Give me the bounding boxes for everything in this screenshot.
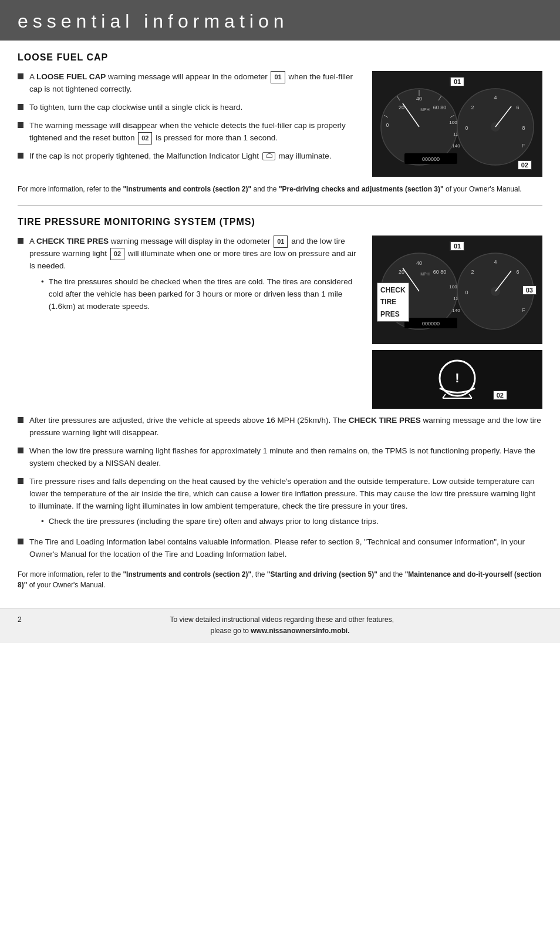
image1-badge-01: 01 <box>450 77 464 86</box>
svg-text:!: ! <box>455 371 459 385</box>
svg-text:6: 6 <box>516 105 519 110</box>
tpms-bullet-4-text: Tire pressure rises and falls depending … <box>29 476 542 531</box>
bullet-icon-4 <box>18 153 23 159</box>
dashboard-image-2: 40 60 80 100 20 0 MPH 120 140 4 6 <box>372 236 542 344</box>
tpms-bullet-icon-1 <box>18 238 23 244</box>
badge-01-b1: 01 <box>271 71 285 83</box>
bold-loose-fuel-cap: LOOSE FUEL CAP <box>36 72 106 81</box>
header: essential information <box>0 0 560 41</box>
page-number: 2 <box>18 614 22 625</box>
section1-text: A LOOSE FUEL CAP warning message will ap… <box>18 71 360 169</box>
bullet-icon-2 <box>18 104 23 110</box>
svg-text:60 80: 60 80 <box>433 269 447 275</box>
footer-text: To view detailed instructional videos re… <box>170 615 394 635</box>
section1-title: LOOSE FUEL CAP <box>18 52 542 63</box>
footer: 2 To view detailed instructional videos … <box>0 608 560 643</box>
bullet-1: A LOOSE FUEL CAP warning message will ap… <box>18 71 360 96</box>
svg-text:60 80: 60 80 <box>433 105 447 110</box>
svg-text:F: F <box>522 143 525 149</box>
main-content: LOOSE FUEL CAP A LOOSE FUEL CAP warning … <box>0 41 560 608</box>
svg-text:2: 2 <box>471 105 474 110</box>
tire-label: TIRE <box>380 296 406 308</box>
svg-text:0: 0 <box>465 125 468 131</box>
svg-text:4: 4 <box>494 259 497 265</box>
section1-inner: A LOOSE FUEL CAP warning message will ap… <box>18 71 542 177</box>
tpms-bullet-3: When the low tire pressure warning light… <box>18 445 542 470</box>
tpms-sub-bullet-2: Check the tire pressures (including the … <box>41 516 542 528</box>
dashboard-image-1: 40 60 80 100 20 0 MPH 120 140 4 6 <box>372 71 542 177</box>
svg-text:20: 20 <box>399 105 404 110</box>
tpms-bullet-1: A CHECK TIRE PRES warning message will d… <box>18 236 360 315</box>
bold-check-tire-pres-1: CHECK TIRE PRES <box>36 237 109 245</box>
image2-badge-03: 03 <box>522 285 537 295</box>
bullet-2: To tighten, turn the cap clockwise until… <box>18 102 360 114</box>
tpms-sub-bullets-2: Check the tire pressures (including the … <box>29 516 542 528</box>
section2-remaining-bullets: After tire pressures are adjusted, drive… <box>18 415 542 561</box>
gauge-svg-1: 40 60 80 100 20 0 MPH 120 140 4 6 <box>372 71 542 177</box>
mil-icon <box>262 152 275 160</box>
section2-bullets: A CHECK TIRE PRES warning message will d… <box>18 236 360 315</box>
svg-text:20: 20 <box>399 269 404 275</box>
tpms-bullet-5-text: The Tire and Loading Information label c… <box>29 536 542 561</box>
tpms-bullet-icon-5 <box>18 539 23 544</box>
svg-text:000000: 000000 <box>422 321 440 327</box>
bullet-icon-1 <box>18 73 23 79</box>
svg-text:6: 6 <box>516 269 519 275</box>
svg-text:140: 140 <box>452 308 460 313</box>
svg-text:MPH: MPH <box>420 107 430 112</box>
footer-url: www.nissanownersinfo.mobi. <box>251 627 349 635</box>
check-tire-pres-box: CHECK TIRE PRES <box>377 282 409 322</box>
footnote2-bold2: "Starting and driving (section 5)" <box>267 570 377 578</box>
tpms-bullet-2-text: After tire pressures are adjusted, drive… <box>29 415 542 439</box>
svg-text:140: 140 <box>452 143 460 149</box>
tpms-badge-02: 02 <box>110 248 124 260</box>
section2-images: 40 60 80 100 20 0 MPH 120 140 4 6 <box>372 236 542 409</box>
bullet-3: The warning message will disappear when … <box>18 120 360 144</box>
tire-indicator-image: ! 02 <box>372 350 542 409</box>
image2-badge-01: 01 <box>450 241 464 251</box>
section-loose-fuel-cap: LOOSE FUEL CAP A LOOSE FUEL CAP warning … <box>18 52 542 194</box>
section-tpms: TIRE PRESSURE MONITORING SYSTEM (TPMS) A… <box>18 217 542 590</box>
bullet-4: If the cap is not properly tightened, th… <box>18 150 360 163</box>
bullet-icon-3 <box>18 122 23 128</box>
tpms-sub-bullet-1: The tire pressures should be checked whe… <box>41 276 360 313</box>
pres-label: PRES <box>380 308 406 320</box>
svg-text:40: 40 <box>416 96 422 102</box>
svg-text:100: 100 <box>449 120 457 125</box>
tpms-bullet-5: The Tire and Loading Information label c… <box>18 536 542 561</box>
tpms-sub-bullets-1: The tire pressures should be checked whe… <box>29 276 360 313</box>
svg-text:100: 100 <box>449 284 457 290</box>
tpms-bullet-3-text: When the low tire pressure warning light… <box>29 445 542 470</box>
tpms-badge-01: 01 <box>274 236 288 248</box>
bullet-1-text: A LOOSE FUEL CAP warning message will ap… <box>29 71 360 96</box>
badge-02-b3: 02 <box>138 132 152 144</box>
section1-footnote: For more information, refer to the "Inst… <box>18 184 542 194</box>
tpms-bullet-icon-3 <box>18 448 23 453</box>
bullet-2-text: To tighten, turn the cap clockwise until… <box>29 102 242 114</box>
footnote2-bold1: "Instruments and controls (section 2)" <box>123 570 251 578</box>
tpms-bullet-2: After tire pressures are adjusted, drive… <box>18 415 542 439</box>
svg-text:F: F <box>522 307 525 313</box>
svg-text:8: 8 <box>522 125 525 131</box>
image1-badge-02: 02 <box>518 160 532 170</box>
tpms-bullet-icon-2 <box>18 417 23 423</box>
bold-check-tire-pres-2: CHECK TIRE PRES <box>349 416 421 425</box>
bullet-3-text: The warning message will disappear when … <box>29 120 360 144</box>
page-title: essential information <box>18 11 542 32</box>
bullet-4-text: If the cap is not properly tightened, th… <box>29 150 332 163</box>
section2-text: A CHECK TIRE PRES warning message will d… <box>18 236 360 321</box>
svg-text:0: 0 <box>386 122 389 128</box>
tpms-bullet-1-text: A CHECK TIRE PRES warning message will d… <box>29 236 360 315</box>
tpms-bullet-icon-4 <box>18 478 23 484</box>
svg-text:000000: 000000 <box>422 156 440 162</box>
tire-indicator-svg: ! <box>372 350 542 409</box>
section1-bullets: A LOOSE FUEL CAP warning message will ap… <box>18 71 360 163</box>
section2-inner: A CHECK TIRE PRES warning message will d… <box>18 236 542 409</box>
svg-text:0: 0 <box>465 290 468 295</box>
tpms-bullet-4: Tire pressure rises and falls depending … <box>18 476 542 531</box>
svg-text:2: 2 <box>471 269 474 275</box>
svg-text:4: 4 <box>494 95 497 100</box>
svg-text:MPH: MPH <box>420 272 430 276</box>
check-label: CHECK <box>380 284 406 296</box>
svg-text:40: 40 <box>416 260 422 266</box>
